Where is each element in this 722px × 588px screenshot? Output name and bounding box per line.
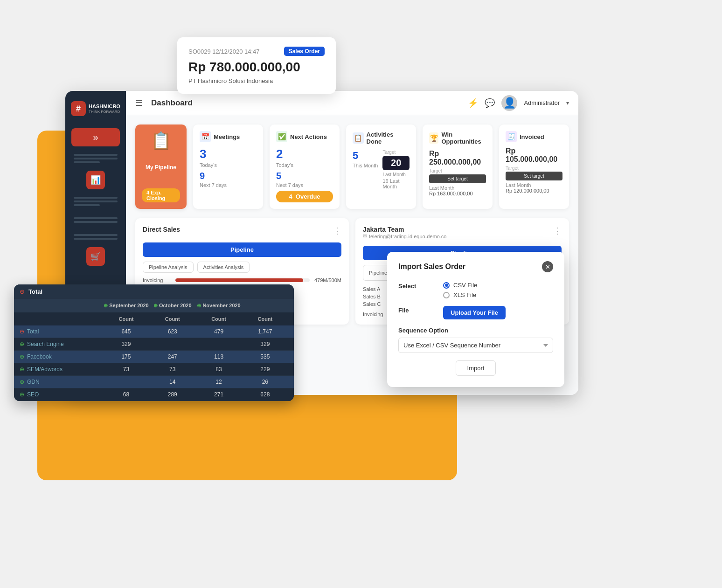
sidebar-logo: # HASHMICRO THINK FORWARD <box>66 97 125 121</box>
avatar[interactable]: 👤 <box>501 95 517 111</box>
direct-invoicing-value: 479M/500M <box>314 277 341 283</box>
dashboard-topbar: ☰ Dashboard ⚡ 💬 👤 Administrator ▾ <box>65 91 578 115</box>
next-today-value: 2 <box>276 147 293 161</box>
gdn-total: 26 <box>242 379 288 385</box>
meetings-next-label: Next 7 days <box>200 182 227 188</box>
kpi-row: 📋 My Pipeline 4 Exp. Closing 📅 Meetings … <box>135 125 569 209</box>
so-reference: SO0029 12/12/2020 14:47 <box>188 48 260 55</box>
search-sep: 329 <box>103 341 149 347</box>
admin-label: Administrator <box>524 99 560 106</box>
fb-oct: 247 <box>149 353 195 360</box>
jakarta-team-email: ✉ telering@trading-id.equo-demo.co <box>363 233 446 239</box>
row-sem-label: SEM/Adwords <box>27 366 62 373</box>
logo-name: HASHMICRO <box>89 104 120 110</box>
plus-gdn-icon: ⊕ <box>20 379 24 385</box>
overdue-value: 4 <box>289 193 292 200</box>
shop-icon: 🛒 <box>90 251 101 262</box>
xls-option[interactable]: XLS File <box>443 291 477 298</box>
plus-sem-icon: ⊕ <box>20 366 24 373</box>
sem-oct: 73 <box>149 366 195 373</box>
hamburger-icon[interactable]: ☰ <box>135 98 143 108</box>
lightning-icon[interactable]: ⚡ <box>468 98 478 108</box>
csv-option[interactable]: CSV File <box>443 282 477 289</box>
upload-file-button[interactable]: Upload Your File <box>443 306 506 319</box>
win-opp-last-month-label: Last Month <box>429 185 486 191</box>
plus-search-icon: ⊕ <box>20 341 24 347</box>
bar-c-label: Sales C <box>363 301 386 307</box>
closing-text: 4 Exp. Closing <box>146 190 175 201</box>
win-opp-title: Win Opportunities <box>441 131 486 145</box>
direct-activities-analysis-btn[interactable]: Activities Analysis <box>197 262 250 273</box>
sep-month: September 2020 <box>109 303 148 308</box>
sidebar-item-chevron[interactable]: » <box>71 128 120 146</box>
chart-icon: 📊 <box>90 175 101 185</box>
plus-sep-icon: ⊕ <box>104 303 108 308</box>
jakarta-team-title: Jakarta Team <box>363 226 446 233</box>
activities-this-month-value: 5 <box>353 150 378 162</box>
invoiced-set-target[interactable]: Set target <box>506 172 562 180</box>
row-seo-label: SEO <box>27 391 39 398</box>
sidebar-lines-3 <box>70 214 122 227</box>
overdue-badge: 4 Overdue <box>276 191 333 202</box>
csv-radio[interactable] <box>443 282 450 289</box>
count-label-3: Count <box>195 316 242 322</box>
so-amount: Rp 780.000.000,00 <box>188 60 325 75</box>
gdn-oct: 14 <box>149 379 195 385</box>
import-button[interactable]: Import <box>456 360 496 376</box>
next-actions-icon: ✅ <box>276 131 287 142</box>
seo-total: 628 <box>242 391 288 398</box>
sequence-select[interactable]: Use Excel / CSV Sequence Number <box>398 338 553 353</box>
total-nov: 479 <box>195 328 242 335</box>
count-label-4: Count <box>242 316 288 322</box>
jakarta-team-menu-icon[interactable]: ⋮ <box>553 226 562 236</box>
sem-sep: 73 <box>103 366 149 373</box>
table-row-search-engine: ⊕ Search Engine 329 329 <box>14 338 294 351</box>
row-gdn-label: GDN <box>27 379 40 385</box>
modal-select-label: Select <box>398 282 436 290</box>
sidebar-shop-icon[interactable]: 🛒 <box>86 247 105 266</box>
direct-pipeline-analysis-btn[interactable]: Pipeline Analysis <box>143 262 194 273</box>
direct-sales-title: Direct Sales <box>143 226 180 233</box>
logo-tagline: THINK FORWARD <box>89 110 120 114</box>
activities-this-month-label: This Month <box>353 163 378 168</box>
modal-file-label: File <box>398 306 436 314</box>
meetings-title: Meetings <box>214 133 240 140</box>
topbar-right: ⚡ 💬 👤 Administrator ▾ <box>468 95 569 111</box>
direct-invoicing-fill <box>175 278 303 282</box>
activities-last-month-value: 16 Last Month <box>382 178 410 189</box>
oct-month: October 2020 <box>159 303 192 308</box>
chat-icon[interactable]: 💬 <box>485 98 495 108</box>
logo-hash: # <box>71 101 86 116</box>
activities-icon: 📋 <box>353 132 364 144</box>
modal-select-field: Select CSV File XLS File <box>398 282 553 298</box>
sidebar-chart-icon[interactable]: 📊 <box>86 171 105 189</box>
modal-title: Import Sales Order <box>398 263 465 271</box>
modal-sequence-field: Sequence Option Use Excel / CSV Sequence… <box>398 327 553 353</box>
invoiced-card: 🧾 Invoiced Rp 105.000.000,00 Target Set … <box>499 125 569 209</box>
table-title: Total <box>28 288 42 295</box>
xls-label: XLS File <box>453 291 476 298</box>
next-7days-block: 5 Next 7 days <box>276 171 303 188</box>
seo-oct: 289 <box>149 391 195 398</box>
meetings-icon: 📅 <box>200 131 211 142</box>
sidebar-lines-2 <box>70 193 122 210</box>
modal-header: Import Sales Order ✕ <box>398 261 553 272</box>
my-pipeline-card: 📋 My Pipeline 4 Exp. Closing <box>135 125 187 209</box>
direct-sales-menu-icon[interactable]: ⋮ <box>333 226 341 236</box>
page-title: Dashboard <box>151 98 193 108</box>
table-row-facebook: ⊕ Facebook 175 247 113 535 <box>14 351 294 363</box>
plus-nov-icon: ⊕ <box>197 303 201 308</box>
invoiced-target-label: Target <box>506 166 562 171</box>
admin-chevron[interactable]: ▾ <box>566 100 569 106</box>
invoiced-amount: Rp 105.000.000,00 <box>506 147 562 164</box>
total-sep: 645 <box>103 328 149 335</box>
direct-sales-pipeline-btn[interactable]: Pipeline <box>143 242 341 257</box>
xls-radio[interactable] <box>443 292 450 298</box>
modal-close-button[interactable]: ✕ <box>542 261 553 272</box>
win-opp-set-target[interactable]: Set target <box>429 174 486 183</box>
modal-file-options: CSV File XLS File <box>443 282 477 298</box>
count-label-2: Count <box>149 316 195 322</box>
activities-title: Activities Done <box>367 131 410 145</box>
table-row-sem: ⊕ SEM/Adwords 73 73 83 229 <box>14 363 294 376</box>
table-row-total: ⊖ Total 645 623 479 1,747 <box>14 325 294 338</box>
